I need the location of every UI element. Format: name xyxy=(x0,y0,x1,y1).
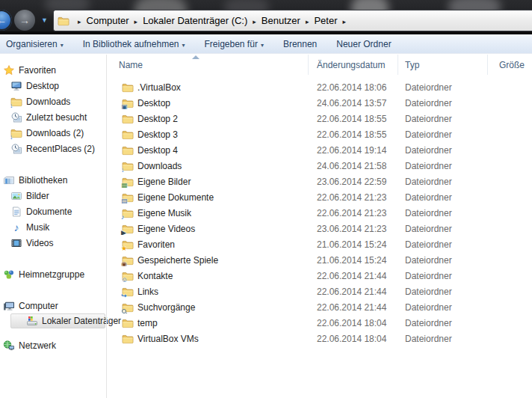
file-type: Dateiordner xyxy=(398,98,488,108)
breadcrumb-separator-icon: ▸ xyxy=(72,18,87,25)
sidebar-item-label: Bilder xyxy=(26,191,49,201)
file-row[interactable]: Desktop 422.06.2014 19:14Dateiordner xyxy=(107,142,532,158)
sidebar-item-zuletzt-besucht[interactable]: Zuletzt besucht xyxy=(0,109,106,125)
sidebar-item-computer[interactable]: Computer xyxy=(0,298,106,313)
breadcrumb-folder-icon xyxy=(58,15,69,27)
file-row[interactable]: .VirtualBox22.06.2014 18:06Dateiordner xyxy=(107,79,532,95)
file-row[interactable]: ↓Downloads24.06.2014 21:58Dateiordner xyxy=(107,158,532,174)
file-row[interactable]: ▶Eigene Videos23.06.2014 21:23Dateiordne… xyxy=(107,221,532,236)
sidebar-item-label: Heimnetzgruppe xyxy=(19,269,84,280)
file-name: Eigene Dokumente xyxy=(137,192,214,203)
favorites-folder-icon: ★ xyxy=(122,239,134,251)
file-row[interactable]: temp22.06.2014 18:04Dateiordner xyxy=(107,315,532,331)
file-modified: 24.06.2014 13:57 xyxy=(309,98,398,108)
toolbar-button-in-bibliothek-aufnehmen[interactable]: In Bibliothek aufnehmen▾ xyxy=(75,36,193,52)
breadcrumb-item[interactable]: Lokaler Datenträger (C:) xyxy=(143,15,247,26)
file-row[interactable]: Suchvorgänge22.06.2014 21:44Dateiordner xyxy=(107,299,532,315)
sidebar-item-label: Dokumente xyxy=(26,206,72,217)
file-type: Dateiordner xyxy=(398,192,488,203)
music-folder-icon: ♪ xyxy=(122,207,134,219)
desktop-folder-icon: ▣ xyxy=(122,97,134,109)
sidebar-item-favoriten[interactable]: Favoriten xyxy=(0,62,106,78)
sidebar-item-downloads-2-[interactable]: ↓Downloads (2) xyxy=(0,125,106,141)
file-row[interactable]: VirtualBox VMs22.06.2014 18:04Dateiordne… xyxy=(107,331,532,346)
breadcrumb-item[interactable]: Benutzer xyxy=(262,15,300,26)
file-modified: 21.06.2014 15:24 xyxy=(309,239,398,250)
toolbar-button-brennen[interactable]: Brennen xyxy=(276,36,324,52)
sidebar-item-heimnetzgruppe[interactable]: Heimnetzgruppe xyxy=(0,266,106,282)
file-modified: 23.06.2014 21:23 xyxy=(309,224,398,234)
sidebar-item-downloads[interactable]: ↓Downloads xyxy=(0,94,106,109)
sidebar-section: FavoritenDesktop↓DownloadsZuletzt besuch… xyxy=(0,62,106,156)
navigation-pane: FavoritenDesktop↓DownloadsZuletzt besuch… xyxy=(0,55,106,398)
file-row[interactable]: ☺Kontakte22.06.2014 21:44Dateiordner xyxy=(107,268,532,284)
column-header-name[interactable]: Name xyxy=(107,55,309,75)
games-folder-icon: ◉ xyxy=(122,254,134,266)
file-row[interactable]: Desktop 222.06.2014 18:55Dateiordner xyxy=(107,111,532,126)
toolbar-button-organisieren[interactable]: Organisieren▾ xyxy=(0,36,71,52)
file-row[interactable]: ◉Gespeicherte Spiele21.06.2014 15:24Date… xyxy=(107,252,532,268)
file-type: Dateiordner xyxy=(398,302,488,313)
file-name: VirtualBox VMs xyxy=(137,334,199,344)
file-row[interactable]: ▣Desktop24.06.2014 13:57Dateiordner xyxy=(107,95,532,111)
chevron-down-icon: ▾ xyxy=(261,42,264,49)
file-name: Desktop 2 xyxy=(137,114,178,124)
column-header-size[interactable]: Größe xyxy=(488,55,532,75)
sidebar-item-label: Downloads xyxy=(26,97,70,107)
file-row[interactable]: ★Favoriten21.06.2014 15:24Dateiordner xyxy=(107,236,532,252)
sidebar-item-label: Videos xyxy=(26,238,53,248)
sidebar-item-dokumente[interactable]: Dokumente xyxy=(0,203,106,219)
history-dropdown-icon[interactable]: ▼ xyxy=(41,16,48,24)
toolbar-button-neuer-ordner[interactable]: Neuer Ordner xyxy=(329,36,398,52)
sidebar-item-bilder[interactable]: Bilder xyxy=(0,188,106,203)
file-row[interactable]: ▤Eigene Dokumente22.06.2014 21:23Dateior… xyxy=(107,189,532,205)
sidebar-item-videos[interactable]: Videos xyxy=(0,235,106,251)
sidebar-item-recentplaces-2-[interactable]: RecentPlaces (2) xyxy=(0,141,106,156)
file-name: Kontakte xyxy=(137,271,173,281)
forward-button[interactable]: → xyxy=(14,10,35,31)
sidebar-section: BibliothekenBilderDokumente♪MusikVideos xyxy=(0,172,106,251)
file-modified: 22.06.2014 21:44 xyxy=(309,287,398,297)
documents-folder-icon: ▤ xyxy=(122,192,134,203)
toolbar-button-freigeben-f-r[interactable]: Freigeben für▾ xyxy=(197,36,271,52)
file-modified: 22.06.2014 18:04 xyxy=(309,318,398,328)
sidebar-item-netzwerk[interactable]: Netzwerk xyxy=(0,337,106,353)
file-type: Dateiordner xyxy=(398,239,488,250)
videos-folder-icon: ▶ xyxy=(122,223,134,235)
hard-drive-icon xyxy=(26,315,38,327)
sidebar-item-lokaler-datentr-ger[interactable]: Lokaler Datenträger xyxy=(10,313,105,328)
file-name: Eigene Musik xyxy=(137,208,191,218)
folder-icon xyxy=(122,144,134,156)
file-name-cell: Suchvorgänge xyxy=(107,301,309,313)
file-row[interactable]: Desktop 322.06.2014 18:55Dateiordner xyxy=(107,126,532,142)
file-row[interactable]: ▦Eigene Bilder23.06.2014 22:59Dateiordne… xyxy=(107,174,532,189)
breadcrumb-separator-icon: ▸ xyxy=(338,18,352,25)
breadcrumb-item[interactable]: Peter xyxy=(314,15,337,26)
homegroup-icon xyxy=(3,269,15,281)
file-name-cell: Desktop 2 xyxy=(107,113,309,125)
file-name: Eigene Videos xyxy=(137,224,195,234)
forward-arrow-icon: → xyxy=(19,14,30,26)
sidebar-item-desktop[interactable]: Desktop xyxy=(0,78,106,94)
file-name-cell: .VirtualBox xyxy=(107,82,309,94)
column-header-date[interactable]: Änderungsdatum xyxy=(309,55,398,75)
file-type: Dateiordner xyxy=(398,161,488,171)
file-row[interactable]: ♪Eigene Musik22.06.2014 21:23Dateiordner xyxy=(107,205,532,221)
file-name-cell: Desktop 4 xyxy=(107,144,309,156)
file-type: Dateiordner xyxy=(398,318,488,328)
sidebar-item-musik[interactable]: ♪Musik xyxy=(0,219,106,235)
address-bar[interactable]: ▸Computer▸Lokaler Datenträger (C:)▸Benut… xyxy=(53,10,532,31)
sidebar-item-label: Computer xyxy=(19,301,58,311)
file-name-cell: ▣Desktop xyxy=(107,97,309,109)
pictures-library-icon xyxy=(10,190,22,202)
explorer-window: ← → ▼ ▸Computer▸Lokaler Datenträger (C:)… xyxy=(0,0,532,398)
breadcrumb-item[interactable]: Computer xyxy=(87,15,129,26)
file-name-cell: ↓Downloads xyxy=(107,160,309,172)
sidebar-item-bibliotheken[interactable]: Bibliotheken xyxy=(0,172,106,188)
libraries-icon xyxy=(3,174,15,186)
file-name: Downloads xyxy=(137,161,182,171)
file-modified: 24.06.2014 21:58 xyxy=(309,161,398,171)
column-header-type[interactable]: Typ xyxy=(398,55,488,75)
toolbar-button-label: Freigeben für xyxy=(205,39,258,49)
file-row[interactable]: ↪Links22.06.2014 21:44Dateiordner xyxy=(107,284,532,299)
